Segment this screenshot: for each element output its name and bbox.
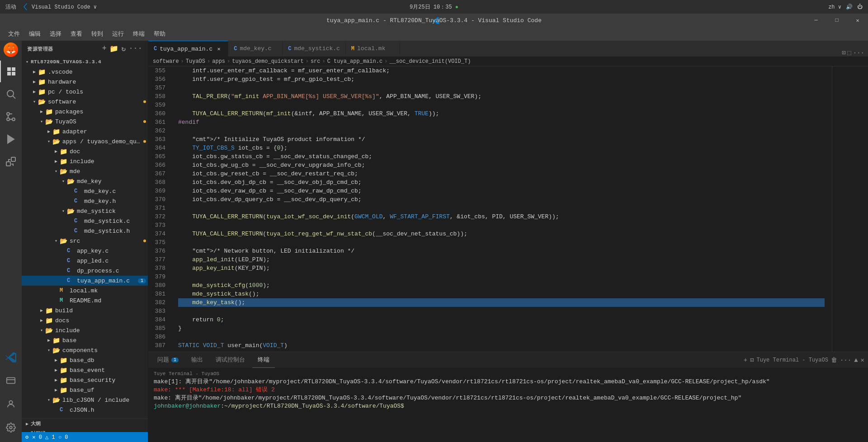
vscode-taskbar[interactable]: Visual Studio Code ∨ bbox=[22, 3, 97, 10]
sidebar-item-tuyaos[interactable]: ▾ 📂 TuyaOS bbox=[22, 117, 148, 127]
sidebar-item-root[interactable]: ▾ RTL8720DN_TUYAOS-3.3.4 bbox=[22, 57, 148, 67]
sidebar-item-cjson-h[interactable]: C cJSON.h bbox=[22, 405, 148, 415]
os-activities[interactable]: 活动 bbox=[5, 3, 16, 11]
minimize-button[interactable]: — bbox=[806, 14, 826, 27]
sidebar-outline-header[interactable]: ▶ 大纲 bbox=[22, 418, 148, 428]
sidebar-more-icon[interactable]: ··· bbox=[129, 44, 142, 53]
split-terminal-icon[interactable]: ⊡ bbox=[750, 356, 754, 364]
folder-open-icon: 📂 bbox=[52, 396, 61, 404]
more-icon[interactable]: ··· bbox=[840, 357, 851, 364]
activity-remote[interactable] bbox=[0, 370, 22, 391]
sidebar-item-src[interactable]: ▾ 📂 src bbox=[22, 236, 148, 246]
menu-help[interactable]: 帮助 bbox=[149, 27, 170, 41]
sidebar-item-base[interactable]: ▶ 📁 base bbox=[22, 335, 148, 345]
sidebar-item-local-mk[interactable]: M local.mk bbox=[22, 286, 148, 296]
new-terminal-icon[interactable]: + bbox=[744, 357, 747, 364]
tab-close-button[interactable]: ✕ bbox=[215, 45, 222, 52]
breadcrumb-tuyaos[interactable]: TuyaOS bbox=[186, 58, 205, 65]
sidebar-item-include[interactable]: ▶ 📁 include bbox=[22, 156, 148, 166]
refresh-icon[interactable]: ↻ bbox=[122, 44, 126, 53]
firefox-icon[interactable]: 🦊 bbox=[4, 42, 18, 57]
trash-icon[interactable]: 🗑 bbox=[831, 357, 837, 364]
sidebar-item-base-security[interactable]: ▶ 📁 base_security bbox=[22, 375, 148, 385]
breadcrumb-quickstart[interactable]: tuyaos_demo_quickstart bbox=[232, 58, 303, 65]
close-panel-icon[interactable]: ✕ bbox=[861, 356, 864, 364]
settings-icon[interactable]: ⚙ bbox=[25, 434, 28, 441]
sidebar-item-mde-systick[interactable]: ▾ 📂 mde_systick bbox=[22, 206, 148, 216]
menu-file[interactable]: 文件 bbox=[4, 27, 24, 41]
tab-debug-console[interactable]: 调试控制台 bbox=[210, 352, 250, 368]
sidebar-item-hardware[interactable]: ▶ 📁 hardware bbox=[22, 77, 148, 87]
activity-vscode-icon[interactable] bbox=[0, 346, 22, 368]
tab-mde-key[interactable]: C mde_key.c bbox=[228, 41, 283, 56]
tab-problems[interactable]: 问题 1 bbox=[152, 352, 184, 368]
activity-explorer[interactable] bbox=[0, 61, 22, 82]
os-power[interactable]: ⏻ bbox=[857, 4, 863, 10]
sidebar-item-packages[interactable]: ▶ 📁 packages bbox=[22, 107, 148, 117]
tab-terminal[interactable]: 终端 bbox=[252, 352, 275, 368]
sidebar-item-vscode[interactable]: ▶ 📁 .vscode bbox=[22, 67, 148, 77]
sidebar-item-software[interactable]: ▾ 📂 software bbox=[22, 97, 148, 107]
maximize-panel-icon[interactable]: ▲ bbox=[854, 357, 858, 364]
sidebar-item-base-db[interactable]: ▶ 📁 base_db bbox=[22, 355, 148, 365]
tab-mde-systick[interactable]: C mde_systick.c bbox=[283, 41, 346, 56]
menu-edit[interactable]: 编辑 bbox=[24, 27, 45, 41]
tab-output[interactable]: 输出 bbox=[186, 352, 208, 368]
sidebar-item-base-event[interactable]: ▶ 📁 base_event bbox=[22, 365, 148, 375]
terminal-content[interactable]: Tuye Terminal - TuyaOS make[1]: 离开目录"/ho… bbox=[148, 368, 868, 442]
sidebar-item-include2[interactable]: ▾ 📂 include bbox=[22, 325, 148, 335]
sidebar-item-mde[interactable]: ▾ 📂 mde bbox=[22, 166, 148, 176]
breadcrumb-file[interactable]: C tuya_app_main.c bbox=[327, 58, 382, 65]
tab-tuya-app-main[interactable]: C tuya_app_main.c ✕ bbox=[148, 41, 228, 56]
sidebar-item-mde-key-h[interactable]: C mde_key.h bbox=[22, 196, 148, 206]
activity-run-debug[interactable] bbox=[0, 128, 22, 150]
close-button[interactable]: ✕ bbox=[847, 14, 868, 27]
menu-select[interactable]: 选择 bbox=[45, 27, 66, 41]
menu-view[interactable]: 查看 bbox=[66, 27, 87, 41]
activity-settings[interactable] bbox=[0, 417, 22, 438]
sidebar-item-apps[interactable]: ▾ 📂 apps / tuyaos_demo_quickstart bbox=[22, 136, 148, 146]
sidebar-item-base-uf[interactable]: ▶ 📁 base_uf bbox=[22, 385, 148, 395]
menu-terminal[interactable]: 终端 bbox=[128, 27, 149, 41]
sidebar-item-readme-md[interactable]: M README.md bbox=[22, 296, 148, 306]
sidebar-item-lib-cjson[interactable]: ▾ 📂 lib_cJSON / include bbox=[22, 395, 148, 405]
breadcrumb-src[interactable]: src bbox=[311, 58, 321, 65]
sidebar-item-doc[interactable]: ▶ 📁 doc bbox=[22, 146, 148, 156]
new-folder-icon[interactable]: 📁 bbox=[109, 44, 119, 53]
breadcrumb-function[interactable]: __soc_device_init(VOID_T) bbox=[389, 58, 471, 65]
sidebar-item-mde-systick-h[interactable]: C mde_systick.h bbox=[22, 226, 148, 236]
activity-search[interactable] bbox=[0, 83, 22, 105]
tab-local-mk[interactable]: M local.mk bbox=[346, 41, 400, 56]
window-controls[interactable]: — □ ✕ bbox=[806, 14, 868, 27]
os-lang[interactable]: zh ∨ bbox=[828, 4, 841, 10]
maximize-button[interactable]: □ bbox=[826, 14, 847, 27]
sidebar-item-tuya-app-main-c[interactable]: C tuya_app_main.c 1 bbox=[22, 276, 148, 286]
sidebar-timeline-header[interactable]: ▶ 时间线 bbox=[22, 428, 148, 432]
activity-source-control[interactable] bbox=[0, 106, 22, 127]
sidebar-item-docs[interactable]: ▶ 📁 docs bbox=[22, 315, 148, 325]
folder-open-icon: 📂 bbox=[67, 178, 75, 185]
menu-goto[interactable]: 转到 bbox=[87, 27, 108, 41]
sidebar-item-dp-process-c[interactable]: C dp_process.c bbox=[22, 266, 148, 276]
sidebar-item-adapter[interactable]: ▶ 📁 adapter bbox=[22, 127, 148, 136]
breadcrumb-software[interactable]: software bbox=[153, 58, 179, 65]
sidebar-item-tools[interactable]: ▶ 📁 pc / tools bbox=[22, 87, 148, 97]
editor-layout-icon[interactable]: ⬚ bbox=[847, 49, 851, 56]
sidebar-item-mde-systick-c[interactable]: C mde_systick.c bbox=[22, 216, 148, 226]
svg-rect-11 bbox=[11, 157, 15, 161]
new-file-icon[interactable]: + bbox=[102, 44, 107, 53]
more-actions-icon[interactable]: ··· bbox=[853, 49, 864, 56]
os-sound[interactable]: 🔊 bbox=[846, 4, 853, 10]
sidebar-item-build[interactable]: ▶ 📁 build bbox=[22, 306, 148, 315]
sidebar-item-mde-key[interactable]: ▾ 📂 mde_key bbox=[22, 176, 148, 186]
split-editor-icon[interactable]: ⊡ bbox=[842, 49, 845, 56]
code-content[interactable]: intf.user_enter_mf_callback = mf_user_en… bbox=[171, 66, 832, 352]
sidebar-item-mde-key-c[interactable]: C mde_key.c bbox=[22, 186, 148, 196]
activity-accounts[interactable] bbox=[0, 393, 22, 415]
sidebar-item-app-key-c[interactable]: C app_key.c bbox=[22, 246, 148, 256]
sidebar-item-components[interactable]: ▾ 📂 components bbox=[22, 345, 148, 355]
sidebar-item-app-led-c[interactable]: C app_led.c bbox=[22, 256, 148, 266]
breadcrumb-apps[interactable]: apps bbox=[212, 58, 225, 65]
activity-extensions[interactable] bbox=[0, 151, 22, 173]
menu-run[interactable]: 运行 bbox=[108, 27, 128, 41]
